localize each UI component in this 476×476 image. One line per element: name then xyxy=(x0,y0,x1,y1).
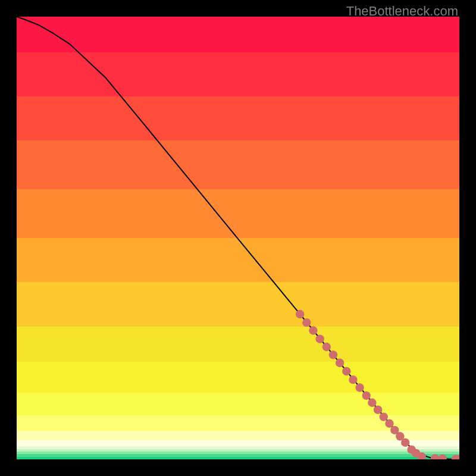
data-dot xyxy=(342,367,350,375)
plot-area xyxy=(17,17,459,459)
watermark-text: TheBottleneck.com xyxy=(346,4,458,19)
data-dot xyxy=(355,383,364,392)
data-dot xyxy=(349,375,357,384)
data-dot xyxy=(439,455,447,459)
data-dot xyxy=(302,318,311,327)
data-dot xyxy=(380,412,388,421)
data-dot xyxy=(368,399,376,407)
data-dot xyxy=(309,326,317,334)
data-dot xyxy=(296,310,304,318)
data-dot xyxy=(362,392,371,400)
data-dot xyxy=(401,439,409,447)
chart-stage: TheBottleneck.com xyxy=(0,0,476,476)
data-dot xyxy=(329,350,337,359)
data-dot xyxy=(431,454,439,459)
chart-overlay xyxy=(17,17,459,459)
data-dot xyxy=(385,419,393,428)
data-dot xyxy=(322,343,331,351)
bottleneck-curve xyxy=(17,17,459,459)
data-dot xyxy=(315,334,324,343)
data-dot xyxy=(336,359,344,367)
data-dot xyxy=(374,405,382,414)
